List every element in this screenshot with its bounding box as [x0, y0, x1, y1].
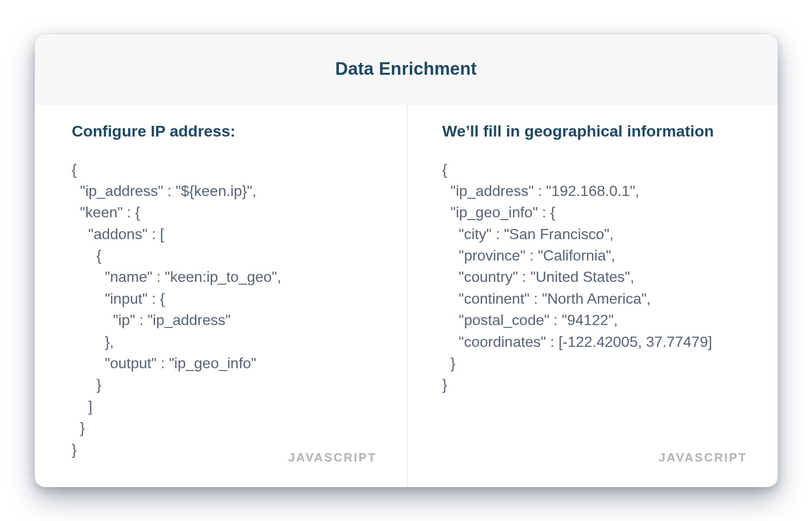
right-pane: We’ll fill in geographical information {…	[407, 104, 778, 487]
card-title: Data Enrichment	[335, 59, 477, 79]
right-code-block: { "ip_address" : "192.168.0.1", "ip_geo_…	[442, 159, 750, 396]
left-code-block: { "ip_address" : "${keen.ip}", "keen" : …	[72, 159, 379, 460]
right-pane-title: We’ll fill in geographical information	[442, 122, 750, 140]
card-header: Data Enrichment	[35, 34, 778, 104]
right-language-badge: JAVASCRIPT	[659, 450, 747, 465]
left-pane: Configure IP address: { "ip_address" : "…	[35, 104, 407, 487]
data-enrichment-card: Data Enrichment Configure IP address: { …	[35, 34, 778, 487]
left-language-badge: JAVASCRIPT	[288, 450, 377, 465]
card-body: Configure IP address: { "ip_address" : "…	[35, 104, 778, 487]
left-pane-title: Configure IP address:	[72, 122, 379, 140]
